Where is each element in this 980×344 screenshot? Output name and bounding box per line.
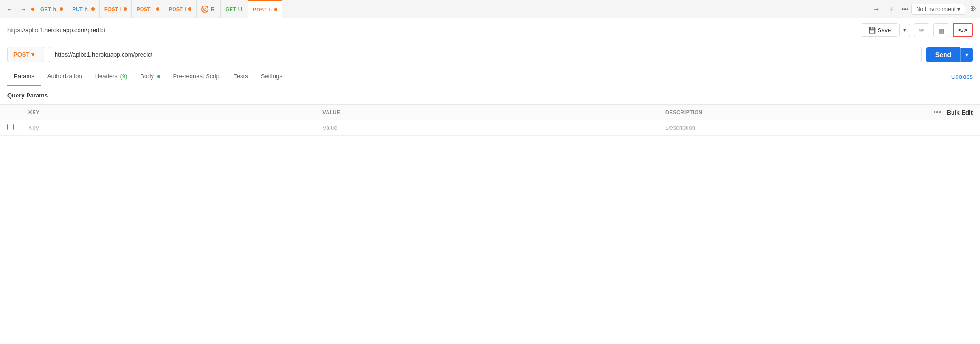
bulk-edit-button[interactable]: Bulk Edit — [947, 109, 973, 116]
tab-pre-request[interactable]: Pre-request Script — [167, 67, 228, 86]
unsaved-dot — [31, 8, 34, 11]
tab-dot — [91, 7, 95, 11]
tab-dot — [124, 7, 127, 11]
tab-tests[interactable]: Tests — [227, 67, 254, 86]
tab-dot — [60, 7, 63, 11]
request-tabs-nav: Params Authorization Headers (9) Body Pr… — [0, 67, 980, 86]
tab-method: POST — [136, 6, 150, 12]
method-label: POST — [13, 51, 29, 58]
special-icon: ⊙ — [201, 6, 208, 13]
send-button[interactable]: Send — [926, 47, 960, 62]
col-desc-header: DESCRIPTION — [658, 105, 925, 120]
method-selector[interactable]: POST ▾ — [7, 47, 44, 62]
tab-method: GET — [40, 6, 51, 12]
doc-button[interactable]: ▤ — [933, 23, 949, 37]
tab-method: POST — [104, 6, 118, 12]
params-table: KEY VALUE DESCRIPTION ••• Bulk Edit Key … — [0, 104, 980, 136]
pencil-button[interactable]: ✏ — [914, 23, 929, 37]
cookies-link[interactable]: Cookies — [951, 73, 973, 80]
more-options-icon[interactable]: ••• — [933, 109, 941, 116]
url-input[interactable] — [49, 47, 922, 62]
tab-bar-right: No Environment ▾ 👁 — [911, 4, 976, 15]
tab-authorization[interactable]: Authorization — [41, 67, 89, 86]
tab-method: POST — [169, 6, 183, 12]
send-dropdown-button[interactable]: ▾ — [960, 48, 973, 62]
tab-label: l — [120, 6, 121, 12]
tab-label: l — [185, 6, 186, 12]
col-actions-header: ••• Bulk Edit — [925, 105, 980, 120]
tab-body[interactable]: Body — [134, 67, 166, 86]
col-checkbox-header — [0, 105, 21, 120]
code-icon: </> — [958, 27, 967, 34]
tab-item-4[interactable]: POST l — [132, 0, 164, 18]
environment-selector[interactable]: No Environment ▾ — [911, 4, 965, 15]
table-row: Key Value Description — [0, 120, 980, 136]
tab-bar-nav: ← → — [4, 4, 36, 15]
tab-method: PUT — [73, 6, 83, 12]
tab-item-2[interactable]: PUT h. — [68, 0, 100, 18]
doc-icon: ▤ — [938, 27, 944, 34]
url-actions: 💾 Save ▾ ✏ ▤ </> — [862, 23, 973, 37]
back-button[interactable]: ← — [4, 4, 16, 15]
row-checkbox[interactable] — [7, 124, 14, 130]
method-arrow-icon: ▾ — [31, 51, 34, 58]
send-button-group: Send ▾ — [926, 47, 973, 62]
env-label: No Environment — [916, 6, 956, 12]
row-actions-cell — [925, 120, 980, 136]
request-bar: POST ▾ Send ▾ — [0, 42, 980, 67]
tab-label: h. — [53, 6, 57, 12]
new-tab-button[interactable]: → — [869, 5, 884, 13]
forward-button[interactable]: → — [17, 4, 29, 15]
tab-item-5[interactable]: POST l — [164, 0, 197, 18]
url-display: https://apibc1.herokuapp.com/predict — [7, 27, 857, 34]
tab-label: h — [269, 7, 272, 12]
value-cell[interactable]: Value — [315, 120, 658, 136]
save-label: Save — [878, 27, 891, 34]
tabs-nav-right: Cookies — [951, 73, 973, 80]
description-cell[interactable]: Description — [658, 120, 925, 136]
key-cell[interactable]: Key — [21, 120, 315, 136]
tabs-list: GET h. PUT h. POST l POST l POST l — [36, 0, 867, 18]
tab-headers[interactable]: Headers (9) — [89, 67, 134, 86]
tab-label: R. — [211, 6, 216, 12]
save-button[interactable]: 💾 Save — [862, 23, 898, 37]
pencil-icon: ✏ — [919, 27, 924, 34]
tab-params[interactable]: Params — [7, 67, 41, 86]
tab-dot — [156, 7, 159, 11]
tab-dot — [274, 8, 277, 11]
more-tabs-button[interactable]: ••• — [899, 6, 911, 13]
code-button[interactable]: </> — [953, 23, 973, 37]
env-arrow-icon: ▾ — [957, 6, 960, 12]
row-checkbox-cell — [0, 120, 21, 136]
section-header: Query Params — [0, 86, 980, 104]
tab-dot — [188, 7, 191, 11]
tab-label: U. — [238, 6, 243, 12]
tab-settings[interactable]: Settings — [254, 67, 289, 86]
eye-icon[interactable]: 👁 — [969, 5, 976, 13]
add-tab-button[interactable]: + — [885, 5, 897, 13]
tab-item-8[interactable]: POST h — [248, 0, 282, 18]
tab-item-7[interactable]: GET U. — [221, 0, 248, 18]
headers-badge: (9) — [120, 73, 127, 80]
content-area: Query Params KEY VALUE DESCRIPTION ••• B… — [0, 86, 980, 136]
save-icon: 💾 — [868, 27, 876, 34]
tab-bar: ← → GET h. PUT h. POST l POST l P — [0, 0, 980, 18]
tab-method: GET — [225, 6, 236, 12]
tab-method: POST — [253, 7, 267, 12]
save-dropdown-button[interactable]: ▾ — [899, 24, 910, 36]
body-dot — [157, 75, 160, 78]
url-bar: https://apibc1.herokuapp.com/predict 💾 S… — [0, 18, 980, 42]
col-value-header: VALUE — [315, 105, 658, 120]
col-key-header: KEY — [21, 105, 315, 120]
tab-item-1[interactable]: GET h. — [36, 0, 68, 18]
tab-label: l — [152, 6, 153, 12]
tab-item-3[interactable]: POST l — [100, 0, 132, 18]
tab-item-6[interactable]: ⊙ R. — [197, 0, 221, 18]
tab-label: h. — [85, 6, 89, 12]
